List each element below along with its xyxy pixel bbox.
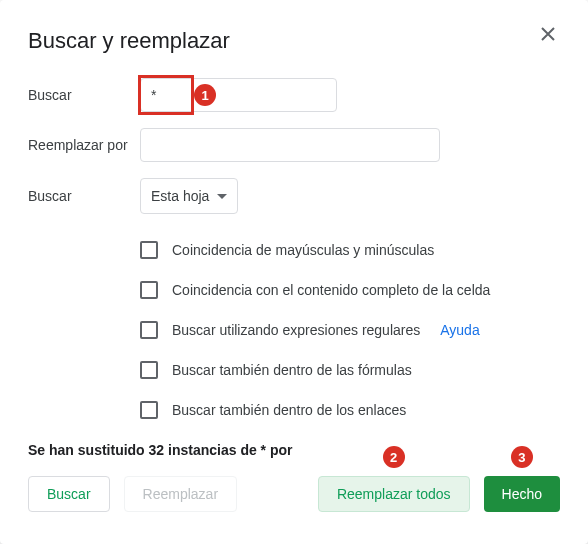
replace-all-button[interactable]: Reemplazar todos xyxy=(318,476,470,512)
scope-selected-value: Esta hoja xyxy=(151,188,209,204)
dialog-title: Buscar y reemplazar xyxy=(28,28,560,54)
find-replace-dialog: Buscar y reemplazar Buscar 1 Reemplazar … xyxy=(0,0,588,544)
chevron-down-icon xyxy=(217,194,227,199)
option-in-formulas-label: Buscar también dentro de las fórmulas xyxy=(172,362,412,378)
close-button[interactable] xyxy=(536,22,560,46)
done-button[interactable]: Hecho xyxy=(484,476,560,512)
scope-label: Buscar xyxy=(28,188,140,204)
checkbox-in-formulas[interactable] xyxy=(140,361,158,379)
close-icon xyxy=(541,27,555,41)
replace-input[interactable] xyxy=(140,128,440,162)
replace-button: Reemplazar xyxy=(124,476,237,512)
option-in-links-label: Buscar también dentro de los enlaces xyxy=(172,402,406,418)
checkbox-use-regex[interactable] xyxy=(140,321,158,339)
regex-help-link[interactable]: Ayuda xyxy=(440,322,479,338)
option-match-case-label: Coincidencia de mayúsculas y minúsculas xyxy=(172,242,434,258)
replace-label: Reemplazar por xyxy=(28,137,140,153)
scope-dropdown[interactable]: Esta hoja xyxy=(140,178,238,214)
search-input[interactable] xyxy=(140,78,337,112)
search-label: Buscar xyxy=(28,87,140,103)
status-text: Se han sustituido 32 instancias de * por xyxy=(28,442,560,458)
option-use-regex-label: Buscar utilizando expresiones regulares xyxy=(172,322,420,338)
checkbox-match-entire[interactable] xyxy=(140,281,158,299)
checkbox-in-links[interactable] xyxy=(140,401,158,419)
checkbox-match-case[interactable] xyxy=(140,241,158,259)
find-button[interactable]: Buscar xyxy=(28,476,110,512)
option-match-entire-label: Coincidencia con el contenido completo d… xyxy=(172,282,490,298)
